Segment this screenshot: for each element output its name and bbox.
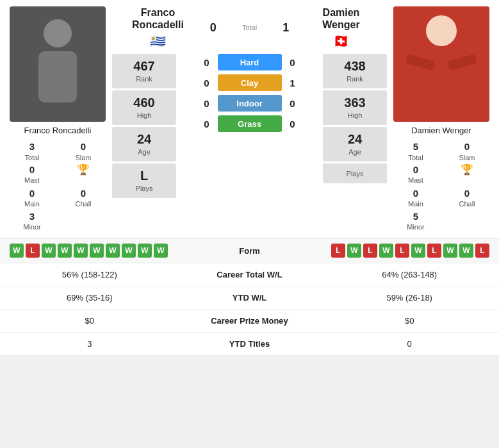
right-age-label: Age [348,148,361,156]
left-chall-value: 0 [61,187,106,200]
stat-right-0: 64% (263-148) [329,270,489,279]
surface-row-hard: 0 Hard 0 [179,54,320,71]
right-stats-col: 438 Rank 363 High 24 Age Plays [323,54,387,183]
stat-left-2: $0 [10,316,170,326]
right-flag-icon: 🇨🇭 [295,33,387,49]
stat-right-3: 0 [329,339,489,349]
right-main-cell: 0 Main [393,187,438,209]
left-mast-value: 0 [10,163,54,176]
right-rank-label: Rank [347,75,363,83]
stat-right-1: 59% (26-18) [329,293,489,303]
left-stats-grid: 3 Total 0 Slam 0 Mast 🏆 [10,140,106,231]
left-total-cell: 3 Total [10,140,54,162]
stat-rows-container: 56% (158-122) Career Total W/L 64% (263-… [0,263,499,356]
surface-badge-hard: Hard [218,54,282,71]
stat-row-2: $0 Career Prize Money $0 [0,310,499,333]
left-form-badges: WLWWWWWWWW [10,244,170,258]
left-age-label: Age [138,148,151,156]
left-main-cell: 0 Main [10,187,54,209]
left-player-photo [10,6,106,122]
right-form-badges: LWLWLWLWWL [329,244,489,258]
main-container: Franco Roncadelli 3 Total 0 Slam 0 Mast … [0,0,499,356]
right-slam-cell: 0 Slam [445,140,489,162]
total-label: Total [242,24,257,31]
left-high-label: High [137,112,152,119]
surface-row-grass: 0 Grass 0 [179,115,320,132]
center-surface-col: 0 Hard 0 0 Clay 1 0 Indoor 0 0 Grass 0 [179,54,320,134]
right-form-badge-4: L [395,244,409,258]
names-flags-row: Franco Roncadelli 🇺🇾 0 Total 1 Damien [112,6,387,49]
right-trophy-spacer [445,177,489,186]
stat-label-1: YTD W/L [170,293,330,303]
right-slam-label: Slam [445,153,489,162]
left-form-badge-5: W [90,244,104,258]
bottom-stats: WLWWWWWWWW Form LWLWLWLWWL 56% (158-122)… [0,238,499,356]
left-trophy-spacer [61,177,106,186]
surface-badge-indoor: Indoor [218,95,282,112]
surface-badge-grass: Grass [218,115,282,132]
total-scores-row: 0 Total 1 [210,21,289,35]
total-left-score: 0 [210,21,217,35]
surface-row-indoor: 0 Indoor 0 [179,95,320,112]
right-form-badge-8: W [459,244,473,258]
left-rank-label: Rank [136,75,152,83]
surface-score-right-2: 0 [287,98,299,109]
left-slam-label: Slam [61,153,106,162]
right-main-value: 0 [393,187,438,200]
left-trophy-icon: 🏆 [77,164,90,175]
right-player-photo [393,6,489,122]
left-plays-value: L [115,169,173,183]
right-age-block: 24 Age [323,127,387,162]
left-rank-value: 467 [115,59,173,74]
left-name-line1: Franco [141,7,175,18]
surface-badge-clay: Clay [218,74,282,91]
right-mast-value: 0 [393,163,438,176]
left-player-area: Franco Roncadelli 3 Total 0 Slam 0 Mast … [6,6,109,231]
surface-score-right-3: 0 [287,119,299,129]
surface-score-left-0: 0 [201,57,213,68]
left-stats-col: 467 Rank 460 High 24 Age L Plays [112,54,176,198]
stat-right-2: $0 [329,316,489,326]
left-total-value: 3 [10,140,54,153]
stat-row-1: 69% (35-16) YTD W/L 59% (26-18) [0,286,499,310]
right-form-badge-6: L [427,244,441,258]
form-label: Form [170,246,330,256]
right-trophy-icon: 🏆 [461,164,473,175]
stat-left-3: 3 [10,339,170,349]
stat-row-0: 56% (158-122) Career Total W/L 64% (263-… [0,263,499,286]
left-age-value: 24 [115,132,173,147]
stats-columns: 467 Rank 460 High 24 Age L Plays [112,54,387,198]
left-slam-cell: 0 Slam [61,140,106,162]
left-player-name: Franco Roncadelli [24,126,92,135]
stat-left-1: 69% (35-16) [10,293,170,303]
right-chall-value: 0 [445,187,489,200]
stat-label-3: YTD Titles [170,339,330,349]
right-form-badge-0: L [331,244,345,258]
stat-label-0: Career Total W/L [170,270,330,279]
right-name-line1: Damien [323,7,360,18]
right-age-value: 24 [326,132,384,147]
right-mast-label: Mast [393,176,438,185]
left-trophy-cell: 🏆 [61,163,106,186]
right-chall-cell: 0 Chall [445,187,489,209]
left-chall-cell: 0 Chall [61,187,106,209]
left-total-label: Total [10,153,54,162]
right-rank-block: 438 Rank [323,54,387,88]
right-high-block: 363 High [323,90,387,125]
center-area: Franco Roncadelli 🇺🇾 0 Total 1 Damien [112,6,387,231]
surface-row-clay: 0 Clay 1 [179,74,320,91]
right-total-cell: 5 Total [393,140,438,162]
left-big-name: Franco Roncadelli [112,6,204,31]
left-minor-label: Minor [10,222,54,231]
form-row: WLWWWWWWWW Form LWLWLWLWWL [0,238,499,263]
surface-score-left-1: 0 [201,78,213,88]
center-total-block: 0 Total 1 [204,6,295,49]
left-form-badge-4: W [74,244,88,258]
left-mast-label: Mast [10,176,54,185]
left-rank-block: 467 Rank [112,54,176,88]
right-player-area: Damien Wenger 5 Total 0 Slam 0 Mast 🏆 [390,6,493,231]
right-stats-grid: 5 Total 0 Slam 0 Mast 🏆 0 Main [393,140,489,231]
right-minor-label: Minor [393,222,438,231]
right-rank-value: 438 [326,59,384,74]
right-chall-label: Chall [445,199,489,208]
